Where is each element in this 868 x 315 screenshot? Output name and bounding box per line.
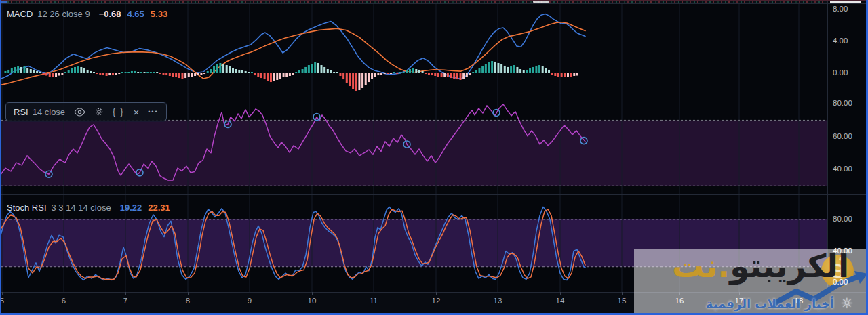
histogram-bar (523, 70, 525, 73)
watermark-tagline: ☼ أخبار العملات الرقمية (706, 295, 853, 312)
histogram-bar (210, 69, 212, 73)
histogram-bar (203, 73, 205, 74)
histogram-bar (146, 72, 149, 73)
histogram-bar (393, 72, 395, 73)
histogram-bar (346, 73, 348, 83)
histogram-bar (197, 73, 199, 75)
histogram-bar (311, 64, 313, 73)
time-axis-tick (188, 292, 189, 295)
histogram-bar (355, 73, 357, 91)
histogram-bar (485, 64, 487, 73)
histogram-bar (412, 68, 414, 73)
histogram-bar (219, 63, 221, 73)
stoch-k-value: 19.22 (120, 203, 142, 213)
histogram-bar (365, 73, 367, 85)
histogram-bar (248, 72, 250, 73)
indicator-title[interactable]: MACD (7, 9, 33, 19)
pane-separator[interactable] (0, 3, 868, 4)
histogram-bar (121, 72, 123, 73)
histogram-bar (108, 73, 111, 75)
histogram-bar (460, 73, 462, 80)
histogram-bar (45, 73, 47, 76)
histogram-bar (422, 71, 424, 73)
histogram-bar (516, 67, 518, 73)
macd-signal-value: 5.33 (151, 9, 167, 19)
time-axis-label: 16 (675, 297, 684, 305)
macd-legend[interactable]: MACD 12 26 close 9 −0.68 4.65 5.33 (7, 9, 167, 19)
histogram-bar (453, 73, 455, 79)
pane-separator[interactable] (0, 194, 868, 195)
histogram-bar (64, 72, 66, 73)
sun-icon: ☼ (840, 295, 853, 312)
close-icon[interactable]: × (133, 107, 139, 117)
eye-icon[interactable] (74, 108, 85, 117)
histogram-bar (74, 67, 76, 73)
stoch-rsi-legend[interactable]: Stoch RSI 3 3 14 14 close 19.22 22.31 (7, 203, 170, 213)
histogram-bar (283, 73, 285, 77)
time-axis-tick (436, 292, 437, 295)
histogram-bar (26, 68, 28, 73)
histogram-bar (399, 72, 401, 73)
time-axis-label: 14 (556, 297, 565, 305)
histogram-bar (497, 63, 499, 73)
time-axis-tick (2, 292, 3, 295)
histogram-bar (55, 73, 57, 77)
histogram-bar (538, 65, 540, 73)
histogram-bar (570, 73, 572, 77)
histogram-bar (216, 64, 218, 73)
price-axis-label: 0.00 (833, 68, 868, 77)
time-axis-tick (622, 292, 623, 295)
histogram-bar (542, 66, 544, 73)
top-divider (0, 0, 868, 1)
histogram-bar (456, 73, 458, 79)
histogram-bar (276, 73, 278, 80)
price-axis-separator (827, 0, 828, 289)
histogram-bar (425, 73, 427, 74)
histogram-bar (526, 70, 528, 73)
pane-separator[interactable] (0, 96, 868, 96)
histogram-bar (443, 73, 446, 77)
histogram-bar (254, 73, 256, 75)
histogram-bar (14, 67, 16, 73)
histogram-bar (5, 71, 7, 73)
rsi-legend-toolbar[interactable]: RSI 14 close { } × ••• (5, 102, 167, 121)
histogram-bar (396, 73, 398, 74)
histogram-bar (194, 73, 196, 76)
histogram-bar (17, 66, 19, 73)
indicator-title[interactable]: RSI (14, 107, 28, 117)
histogram-bar (102, 73, 104, 75)
source-code-icon[interactable]: { } (113, 107, 124, 117)
histogram-bar (352, 73, 354, 89)
histogram-bar (93, 72, 95, 73)
histogram-bar (469, 73, 471, 75)
histogram-bar (140, 72, 142, 73)
histogram-bar (150, 72, 152, 73)
histogram-bar (472, 72, 474, 73)
price-axis-label: 80.00 (833, 215, 868, 223)
histogram-bar (267, 73, 269, 81)
price-axis-label: 40.00 (833, 247, 868, 255)
histogram-bar (390, 73, 392, 74)
time-axis-label: 11 (370, 297, 378, 305)
histogram-bar (358, 73, 360, 90)
histogram-bar (184, 73, 186, 78)
histogram-bar (273, 73, 275, 81)
histogram-bar (257, 73, 259, 77)
histogram-bar (409, 69, 411, 73)
indicator-title[interactable]: Stoch RSI (7, 203, 47, 213)
histogram-bar (551, 73, 553, 75)
histogram-bar (137, 72, 139, 73)
histogram-bar (178, 73, 180, 78)
histogram-bar (153, 72, 155, 73)
time-axis-tick (64, 292, 64, 295)
histogram-bar (513, 65, 515, 73)
histogram-bar (342, 73, 344, 79)
histogram-bar (535, 66, 537, 73)
histogram-bar (42, 73, 44, 75)
time-axis-label: 6 (62, 297, 66, 305)
histogram-bar (494, 62, 496, 73)
indicator-params: 12 26 close 9 (37, 9, 90, 19)
more-options-icon[interactable]: ••• (148, 108, 158, 115)
gear-icon[interactable] (94, 107, 104, 117)
time-axis-label: 15 (618, 297, 627, 305)
